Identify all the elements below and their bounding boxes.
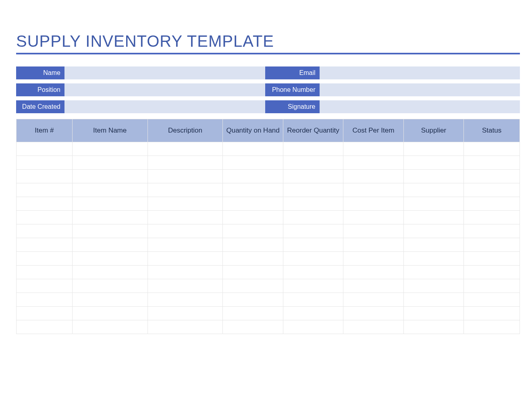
- phone-value[interactable]: [320, 83, 520, 96]
- table-cell[interactable]: [148, 142, 223, 156]
- table-cell[interactable]: [17, 293, 73, 307]
- table-cell[interactable]: [343, 224, 403, 238]
- table-cell[interactable]: [17, 197, 73, 211]
- table-cell[interactable]: [464, 197, 520, 211]
- table-cell[interactable]: [148, 238, 223, 252]
- table-cell[interactable]: [464, 211, 520, 224]
- table-cell[interactable]: [72, 307, 148, 320]
- table-cell[interactable]: [343, 197, 403, 211]
- table-cell[interactable]: [403, 197, 463, 211]
- table-cell[interactable]: [283, 170, 343, 183]
- table-cell[interactable]: [343, 266, 403, 279]
- table-cell[interactable]: [403, 170, 463, 183]
- table-cell[interactable]: [283, 156, 343, 170]
- table-cell[interactable]: [223, 156, 283, 170]
- table-cell[interactable]: [148, 183, 223, 197]
- table-cell[interactable]: [403, 293, 463, 307]
- table-cell[interactable]: [72, 224, 148, 238]
- table-cell[interactable]: [343, 238, 403, 252]
- table-cell[interactable]: [403, 279, 463, 293]
- table-cell[interactable]: [403, 183, 463, 197]
- table-cell[interactable]: [283, 211, 343, 224]
- table-cell[interactable]: [148, 156, 223, 170]
- table-cell[interactable]: [223, 279, 283, 293]
- table-cell[interactable]: [17, 238, 73, 252]
- table-cell[interactable]: [17, 183, 73, 197]
- table-cell[interactable]: [464, 238, 520, 252]
- table-cell[interactable]: [343, 211, 403, 224]
- table-cell[interactable]: [283, 293, 343, 307]
- table-cell[interactable]: [464, 293, 520, 307]
- table-cell[interactable]: [72, 142, 148, 156]
- table-cell[interactable]: [283, 252, 343, 266]
- table-cell[interactable]: [283, 142, 343, 156]
- table-cell[interactable]: [223, 170, 283, 183]
- table-cell[interactable]: [283, 279, 343, 293]
- table-cell[interactable]: [148, 197, 223, 211]
- table-cell[interactable]: [464, 279, 520, 293]
- table-cell[interactable]: [403, 320, 463, 334]
- position-value[interactable]: [64, 83, 265, 96]
- table-cell[interactable]: [17, 279, 73, 293]
- table-cell[interactable]: [464, 266, 520, 279]
- table-cell[interactable]: [283, 183, 343, 197]
- table-cell[interactable]: [223, 266, 283, 279]
- table-cell[interactable]: [148, 293, 223, 307]
- table-cell[interactable]: [223, 197, 283, 211]
- table-cell[interactable]: [403, 224, 463, 238]
- table-cell[interactable]: [148, 252, 223, 266]
- table-cell[interactable]: [148, 211, 223, 224]
- table-cell[interactable]: [148, 307, 223, 320]
- table-cell[interactable]: [343, 156, 403, 170]
- table-cell[interactable]: [283, 266, 343, 279]
- table-cell[interactable]: [17, 224, 73, 238]
- table-cell[interactable]: [343, 252, 403, 266]
- table-cell[interactable]: [17, 252, 73, 266]
- table-cell[interactable]: [464, 170, 520, 183]
- table-cell[interactable]: [148, 266, 223, 279]
- table-cell[interactable]: [223, 320, 283, 334]
- table-cell[interactable]: [17, 307, 73, 320]
- table-cell[interactable]: [343, 170, 403, 183]
- table-cell[interactable]: [72, 170, 148, 183]
- table-cell[interactable]: [148, 224, 223, 238]
- table-cell[interactable]: [223, 142, 283, 156]
- table-cell[interactable]: [223, 211, 283, 224]
- table-cell[interactable]: [223, 293, 283, 307]
- table-cell[interactable]: [72, 238, 148, 252]
- table-cell[interactable]: [403, 307, 463, 320]
- table-cell[interactable]: [223, 238, 283, 252]
- table-cell[interactable]: [17, 211, 73, 224]
- table-cell[interactable]: [403, 156, 463, 170]
- table-cell[interactable]: [464, 252, 520, 266]
- table-cell[interactable]: [343, 279, 403, 293]
- table-cell[interactable]: [72, 320, 148, 334]
- table-cell[interactable]: [343, 183, 403, 197]
- table-cell[interactable]: [464, 142, 520, 156]
- table-cell[interactable]: [283, 238, 343, 252]
- table-cell[interactable]: [148, 279, 223, 293]
- table-cell[interactable]: [17, 170, 73, 183]
- table-cell[interactable]: [283, 224, 343, 238]
- table-cell[interactable]: [343, 142, 403, 156]
- table-cell[interactable]: [72, 266, 148, 279]
- table-cell[interactable]: [72, 293, 148, 307]
- table-cell[interactable]: [283, 197, 343, 211]
- table-cell[interactable]: [148, 320, 223, 334]
- table-cell[interactable]: [464, 307, 520, 320]
- email-value[interactable]: [320, 66, 520, 79]
- table-cell[interactable]: [283, 320, 343, 334]
- table-cell[interactable]: [72, 197, 148, 211]
- table-cell[interactable]: [72, 211, 148, 224]
- table-cell[interactable]: [223, 183, 283, 197]
- table-cell[interactable]: [17, 156, 73, 170]
- table-cell[interactable]: [223, 224, 283, 238]
- table-cell[interactable]: [17, 320, 73, 334]
- table-cell[interactable]: [343, 320, 403, 334]
- table-cell[interactable]: [72, 183, 148, 197]
- table-cell[interactable]: [72, 156, 148, 170]
- table-cell[interactable]: [403, 238, 463, 252]
- table-cell[interactable]: [464, 320, 520, 334]
- table-cell[interactable]: [403, 211, 463, 224]
- table-cell[interactable]: [148, 170, 223, 183]
